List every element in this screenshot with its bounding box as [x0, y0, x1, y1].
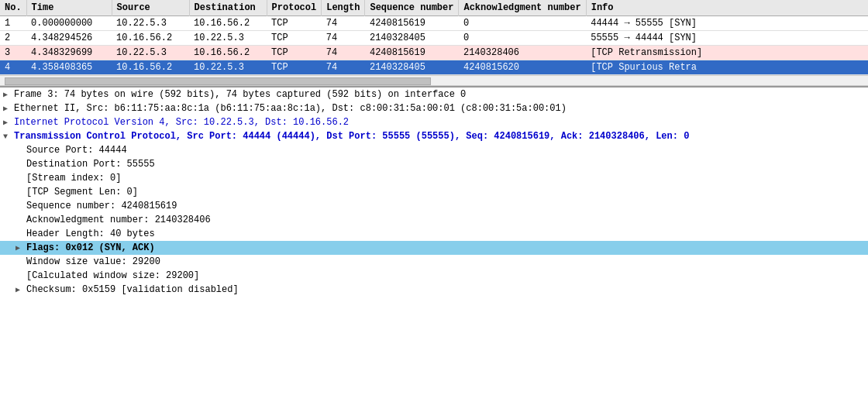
field-header-len[interactable]: Header Length: 40 bytes [0, 227, 868, 241]
cell-row2-col8: [TCP Retransmission] [586, 46, 868, 60]
field-calc-window-size[interactable]: [Calculated window size: 29200] [0, 269, 868, 283]
expand-arrow-flags: ▶ [16, 243, 26, 252]
col-header-sequence[interactable]: Sequence number [365, 0, 459, 16]
tcp-detail-text: Transmission Control Protocol, Src Port:… [14, 131, 865, 142]
field-src-port[interactable]: Source Port: 44444 [0, 143, 868, 157]
field-seq-num-text: Sequence number: 4240815619 [26, 201, 865, 211]
cell-row0-col4: TCP [267, 16, 322, 31]
packet-table-container: No. Time Source Destination Protocol Len… [0, 0, 868, 75]
col-header-time[interactable]: Time [26, 0, 112, 16]
col-header-length[interactable]: Length [322, 0, 365, 16]
cell-row0-col3: 10.16.56.2 [189, 16, 267, 31]
cell-row3-col8: [TCP Spurious Retra [586, 60, 868, 75]
expand-arrow-ip: ▶ [3, 118, 14, 127]
expand-arrow-frame: ▶ [3, 90, 14, 99]
cell-row2-col0: 3 [0, 46, 26, 60]
horizontal-scrollbar[interactable] [0, 75, 868, 86]
tcp-detail-item[interactable]: ▼ Transmission Control Protocol, Src Por… [0, 129, 868, 143]
checksum-detail-item[interactable]: ▶ Checksum: 0x5159 [validation disabled] [0, 283, 868, 295]
cell-row0-col8: 44444 → 55555 [SYN] [586, 16, 868, 31]
table-row[interactable]: 44.35840836510.16.56.210.22.5.3TCP742140… [0, 60, 868, 75]
cell-row1-col7: 0 [459, 31, 586, 46]
field-segment-len[interactable]: [TCP Segment Len: 0] [0, 185, 868, 199]
ip-detail-text: Internet Protocol Version 4, Src: 10.22.… [14, 117, 865, 128]
field-src-port-text: Source Port: 44444 [26, 145, 865, 156]
cell-row0-col2: 10.22.5.3 [112, 16, 189, 31]
scrollbar-thumb[interactable] [5, 77, 431, 85]
cell-row3-col3: 10.22.5.3 [189, 60, 267, 75]
cell-row0-col0: 1 [0, 16, 26, 31]
table-header-row: No. Time Source Destination Protocol Len… [0, 0, 868, 16]
cell-row3-col7: 4240815620 [459, 60, 586, 75]
checksum-detail-text: Checksum: 0x5159 [validation disabled] [26, 284, 865, 295]
cell-row2-col7: 2140328406 [459, 46, 586, 60]
table-row[interactable]: 34.34832969910.22.5.310.16.56.2TCP744240… [0, 46, 868, 60]
cell-row3-col0: 4 [0, 60, 26, 75]
frame-detail-item[interactable]: ▶ Frame 3: 74 bytes on wire (592 bits), … [0, 88, 868, 101]
cell-row1-col0: 2 [0, 31, 26, 46]
col-header-protocol[interactable]: Protocol [267, 0, 322, 16]
field-window-size-text: Window size value: 29200 [26, 256, 865, 267]
expand-arrow-tcp: ▼ [3, 132, 14, 141]
cell-row2-col2: 10.22.5.3 [112, 46, 189, 60]
cell-row0-col7: 0 [459, 16, 586, 31]
col-header-acknowledgment[interactable]: Acknowledgment number [459, 0, 586, 16]
ethernet-detail-item[interactable]: ▶ Ethernet II, Src: b6:11:75:aa:8c:1a (b… [0, 101, 868, 115]
table-row[interactable]: 24.34829452610.16.56.210.22.5.3TCP742140… [0, 31, 868, 46]
flags-detail-item[interactable]: ▶ Flags: 0x012 (SYN, ACK) [0, 241, 868, 255]
field-stream-index-text: [Stream index: 0] [26, 173, 865, 184]
cell-row3-col1: 4.358408365 [26, 60, 112, 75]
cell-row2-col4: TCP [267, 46, 322, 60]
field-calc-window-size-text: [Calculated window size: 29200] [26, 270, 865, 281]
col-header-info[interactable]: Info [586, 0, 868, 16]
field-window-size[interactable]: Window size value: 29200 [0, 255, 868, 269]
cell-row2-col6: 4240815619 [365, 46, 459, 60]
detail-panel: ▶ Frame 3: 74 bytes on wire (592 bits), … [0, 86, 868, 295]
field-dst-port[interactable]: Destination Port: 55555 [0, 157, 868, 171]
field-stream-index[interactable]: [Stream index: 0] [0, 171, 868, 185]
field-header-len-text: Header Length: 40 bytes [26, 228, 865, 239]
cell-row3-col6: 2140328405 [365, 60, 459, 75]
cell-row2-col5: 74 [322, 46, 365, 60]
ethernet-detail-text: Ethernet II, Src: b6:11:75:aa:8c:1a (b6:… [14, 103, 865, 114]
cell-row3-col5: 74 [322, 60, 365, 75]
field-segment-len-text: [TCP Segment Len: 0] [26, 187, 865, 198]
field-ack-num-text: Acknowledgment number: 2140328406 [26, 215, 865, 225]
flags-detail-text: Flags: 0x012 (SYN, ACK) [26, 242, 865, 253]
cell-row1-col4: TCP [267, 31, 322, 46]
cell-row1-col3: 10.22.5.3 [189, 31, 267, 46]
cell-row1-col6: 2140328405 [365, 31, 459, 46]
packet-table: No. Time Source Destination Protocol Len… [0, 0, 868, 75]
col-header-no[interactable]: No. [0, 0, 26, 16]
cell-row2-col1: 4.348329699 [26, 46, 112, 60]
cell-row1-col1: 4.348294526 [26, 31, 112, 46]
field-dst-port-text: Destination Port: 55555 [26, 159, 865, 170]
cell-row3-col2: 10.16.56.2 [112, 60, 189, 75]
expand-arrow-ethernet: ▶ [3, 104, 14, 113]
cell-row0-col6: 4240815619 [365, 16, 459, 31]
cell-row1-col2: 10.16.56.2 [112, 31, 189, 46]
cell-row1-col8: 55555 → 44444 [SYN] [586, 31, 868, 46]
ip-detail-item[interactable]: ▶ Internet Protocol Version 4, Src: 10.2… [0, 115, 868, 129]
cell-row1-col5: 74 [322, 31, 365, 46]
col-header-destination[interactable]: Destination [189, 0, 267, 16]
cell-row0-col5: 74 [322, 16, 365, 31]
col-header-source[interactable]: Source [112, 0, 189, 16]
cell-row2-col3: 10.16.56.2 [189, 46, 267, 60]
cell-row0-col1: 0.000000000 [26, 16, 112, 31]
cell-row3-col4: TCP [267, 60, 322, 75]
expand-arrow-checksum: ▶ [16, 285, 26, 294]
frame-detail-text: Frame 3: 74 bytes on wire (592 bits), 74… [14, 89, 865, 100]
table-row[interactable]: 10.00000000010.22.5.310.16.56.2TCP744240… [0, 16, 868, 31]
field-seq-num[interactable]: Sequence number: 4240815619 [0, 199, 868, 213]
field-ack-num[interactable]: Acknowledgment number: 2140328406 [0, 213, 868, 227]
